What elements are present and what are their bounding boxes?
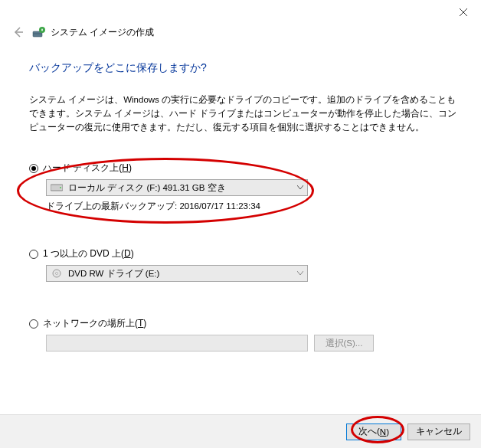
network-path-input[interactable] [46,335,308,352]
page-heading: バックアップをどこに保存しますか? [29,61,460,75]
svg-point-7 [60,187,61,188]
option-network-radio-row[interactable]: ネットワークの場所上(T) [29,317,460,330]
option-dvd: 1 つ以上の DVD 上(D) DVD RW ドライブ (E:) [29,247,460,282]
close-icon [460,8,467,16]
dvd-drive-dropdown[interactable]: DVD RW ドライブ (E:) [46,265,308,282]
hdd-icon [50,182,64,193]
option-hdd: ハード ディスク上(H) ローカル ディスク (F:) 491.31 GB 空き… [29,162,460,212]
page-description: システム イメージは、Windows の実行に必要なドライブのコピーです。追加の… [29,93,460,134]
option-dvd-label: 1 つ以上の DVD 上(D) [43,247,134,260]
chevron-down-icon [293,266,307,281]
back-button[interactable] [11,25,26,40]
wizard-icon [32,25,46,39]
option-hdd-label: ハード ディスク上(H) [43,162,132,175]
hdd-last-backup: ドライブ上の最新バックアップ: 2016/07/17 11:23:34 [46,201,460,212]
next-button[interactable]: 次へ(N) [346,423,401,440]
option-network-label: ネットワークの場所上(T) [43,317,146,330]
chevron-down-icon [293,180,307,195]
hdd-drive-dropdown[interactable]: ローカル ディスク (F:) 491.31 GB 空き [46,179,308,196]
dvd-icon [50,268,64,279]
dvd-dropdown-value: DVD RW ドライブ (E:) [68,268,293,280]
option-hdd-radio-row[interactable]: ハード ディスク上(H) [29,162,460,175]
svg-rect-4 [33,34,42,37]
hdd-dropdown-value: ローカル ディスク (F:) 491.31 GB 空き [68,182,293,194]
radio-hdd[interactable] [29,164,38,173]
back-arrow-icon [12,26,25,38]
browse-button[interactable]: 選択(S)... [314,335,374,352]
radio-dvd[interactable] [29,250,38,259]
footer: 次へ(N) キャンセル [0,414,481,448]
option-dvd-radio-row[interactable]: 1 つ以上の DVD 上(D) [29,247,460,260]
option-network: ネットワークの場所上(T) 選択(S)... [29,317,460,352]
cancel-button[interactable]: キャンセル [407,423,470,440]
radio-network[interactable] [29,319,38,329]
close-button[interactable] [450,3,476,21]
svg-point-9 [56,273,58,275]
wizard-title: システム イメージの作成 [51,26,154,39]
